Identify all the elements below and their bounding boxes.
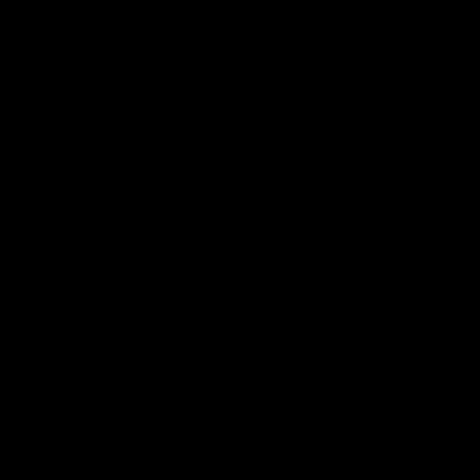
chart-frame bbox=[0, 0, 476, 476]
curves bbox=[13, 13, 463, 463]
plot-area bbox=[13, 13, 463, 463]
